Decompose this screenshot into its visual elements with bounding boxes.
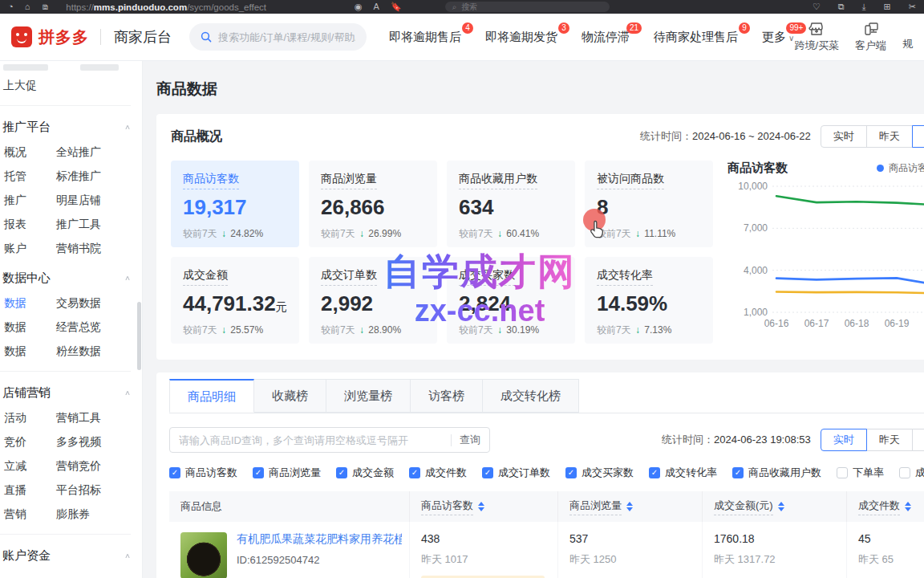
sidebar-item-dacu[interactable]: 上大促 xyxy=(0,74,142,98)
stat-card-2[interactable]: 商品浏览量26,866较前7天 ↓ 26.99% xyxy=(309,161,437,247)
nav-item-5[interactable]: 更多∨99+ xyxy=(762,30,794,45)
sidebar-item[interactable]: 全站推广 xyxy=(56,145,142,160)
address-bar[interactable]: https://mms.pinduoduo.com/sycm/goods_eff… xyxy=(66,2,266,12)
sidebar-item[interactable]: 营销工具 xyxy=(56,411,142,425)
sidebar-item[interactable]: 明星店铺 xyxy=(56,193,142,208)
sidebar-item[interactable]: 立减 xyxy=(0,459,56,474)
sidebar-item[interactable]: 交易数据 xyxy=(56,296,142,311)
stat-card-6[interactable]: 成交订单数2,992较前7天 ↓ 28.90% xyxy=(309,257,437,344)
tab-5[interactable]: 成交转化榜 xyxy=(483,379,579,413)
logo[interactable]: 拼多多 商家后台 xyxy=(11,26,172,48)
tab-2[interactable]: 收藏榜 xyxy=(254,379,326,413)
tab-1[interactable]: 商品明细 xyxy=(169,379,254,413)
sidebar-item[interactable]: 营销书院 xyxy=(56,242,142,256)
sidebar-section-3[interactable]: 店铺营销∧ xyxy=(0,379,142,406)
extension-icon[interactable]: ◉ xyxy=(355,2,363,11)
reader-icon[interactable]: A xyxy=(374,2,379,11)
sort-icon[interactable] xyxy=(478,502,484,511)
stat-card-4[interactable]: 被访问商品数8较前7天 ↓ 11.11% xyxy=(585,161,713,247)
sidebar-item[interactable]: 托管 xyxy=(0,169,56,184)
sort-icon[interactable] xyxy=(905,502,911,511)
stat-card-5[interactable]: 成交金额44,791.32元较前7天 ↓ 25.57% xyxy=(171,257,299,344)
sidebar-item[interactable]: 数据 xyxy=(0,344,56,359)
sidebar-section-1[interactable]: 推广平台∧ xyxy=(0,113,142,140)
stat-card-8[interactable]: 成交转化率14.59%较前7天 ↓ 7.13% xyxy=(585,257,713,344)
quick-link-3[interactable]: 规 xyxy=(902,37,913,53)
metric-checkbox-8[interactable]: ✓商品收藏用户数 xyxy=(732,466,821,480)
sidebar-item[interactable]: 多多视频 xyxy=(56,435,142,450)
header-search-input[interactable] xyxy=(218,31,355,43)
stat-card-1[interactable]: 商品访客数19,317较前7天 ↓ 24.82% xyxy=(171,161,299,247)
range-button-实时[interactable]: 实时 xyxy=(821,125,867,148)
download-icon[interactable]: ⤓ xyxy=(862,2,866,11)
header-search[interactable] xyxy=(189,23,367,51)
sidebar-item[interactable]: 推广 xyxy=(0,193,56,208)
metric-checkbox-7[interactable]: ✓成交转化率 xyxy=(649,466,717,480)
sidebar-section-2[interactable]: 数据中心∧ xyxy=(0,264,142,291)
nav-item-1[interactable]: 即将逾期售后4 xyxy=(389,30,461,45)
sidebar-item[interactable]: 报表 xyxy=(0,218,56,232)
nav-item-4[interactable]: 待商家处理售后9 xyxy=(654,30,738,45)
reload-icon[interactable]: ◔ xyxy=(8,2,14,11)
metric-checkbox-3[interactable]: ✓成交金额 xyxy=(336,466,394,480)
product-id-search[interactable]: 查询 xyxy=(169,427,490,453)
range-button-7天[interactable]: 7天 xyxy=(912,429,924,451)
sidebar-scrollbar[interactable] xyxy=(137,302,141,370)
stat-card-3[interactable]: 商品收藏用户数634较前7天 ↓ 60.41% xyxy=(447,161,575,247)
sidebar-item[interactable]: 营销竞价 xyxy=(56,459,142,474)
metric-checkbox-10[interactable]: 成交率 xyxy=(899,466,924,480)
badge: 21 xyxy=(626,22,642,34)
range-button-实时[interactable]: 实时 xyxy=(821,429,867,451)
sidebar-item[interactable]: 推广工具 xyxy=(56,218,142,232)
sidebar-item[interactable]: 概况 xyxy=(0,145,56,160)
sidebar-item[interactable]: 平台招标 xyxy=(56,483,142,498)
sidebar-item[interactable]: 活动 xyxy=(0,411,56,425)
tab-4[interactable]: 访客榜 xyxy=(411,379,483,413)
home-icon[interactable]: ⌂ xyxy=(25,2,30,11)
sidebar-item[interactable]: 账户 xyxy=(0,242,56,256)
column-header-4[interactable]: 成交金额(元) xyxy=(703,491,847,522)
sidebar-item[interactable]: 数据 xyxy=(0,320,56,335)
metric-checkbox-4[interactable]: ✓成交件数 xyxy=(409,466,467,480)
divider xyxy=(451,434,452,446)
column-header-3[interactable]: 商品浏览量 xyxy=(558,491,703,522)
nav-item-2[interactable]: 即将逾期发货3 xyxy=(485,30,557,45)
sidebar-item[interactable]: 标准推广 xyxy=(56,169,142,184)
product-title-link[interactable]: 有机肥瓜果蔬菜花肥料家用养花植... xyxy=(237,532,402,547)
apps-icon[interactable]: ⊞ xyxy=(884,2,891,11)
detail-stat-time: 统计时间：2024-06-23 19:08:53 xyxy=(662,433,811,447)
sort-icon[interactable] xyxy=(626,502,633,511)
metric-checkbox-1[interactable]: ✓商品访客数 xyxy=(169,466,237,480)
column-header-5[interactable]: 成交件数 xyxy=(847,491,924,522)
sort-icon[interactable] xyxy=(778,502,784,511)
browser-search[interactable]: ⌕搜索 xyxy=(445,2,610,12)
product-id-input[interactable] xyxy=(179,434,446,446)
split-screen-icon[interactable]: ⧉ xyxy=(838,2,845,11)
range-button-昨天[interactable]: 昨天 xyxy=(866,125,913,148)
bookmark-icon[interactable]: 🔖 xyxy=(391,2,402,11)
sidebar-item[interactable]: 膨胀券 xyxy=(56,507,142,522)
sidebar-item[interactable]: 数据 xyxy=(0,296,56,311)
range-button-昨天[interactable]: 昨天 xyxy=(866,429,913,451)
sidebar-item[interactable]: 营销 xyxy=(0,507,56,522)
nav-item-3[interactable]: 物流停滞21 xyxy=(582,30,630,45)
sidebar-item[interactable]: 粉丝数据 xyxy=(56,344,142,359)
favorites-icon[interactable]: ♡ xyxy=(813,2,821,11)
metric-checkbox-5[interactable]: ✓成交订单数 xyxy=(482,466,550,480)
tab-3[interactable]: 浏览量榜 xyxy=(326,379,411,413)
range-button-7天[interactable]: 7天 xyxy=(912,125,924,148)
sidebar-item[interactable]: 直播 xyxy=(0,483,56,498)
stat-card-7[interactable]: 成交买家数2,824较前7天 ↓ 30.19% xyxy=(447,257,575,344)
metric-checkbox-9[interactable]: 下单率 xyxy=(837,466,884,480)
sidebar-section-4[interactable]: 账户资金∧ xyxy=(0,542,142,569)
product-image[interactable] xyxy=(180,532,227,578)
sidebar-item[interactable]: 竞价 xyxy=(0,435,56,450)
metric-checkbox-2[interactable]: ✓商品浏览量 xyxy=(253,466,321,480)
metric-checkbox-6[interactable]: ✓成交买家数 xyxy=(565,466,634,480)
quick-link-2[interactable]: 客户端 xyxy=(855,22,886,53)
column-header-2[interactable]: 商品访客数 xyxy=(410,491,558,522)
query-button[interactable]: 查询 xyxy=(460,433,480,447)
sidebar-item[interactable]: 经营总览 xyxy=(56,320,142,335)
page-icon[interactable]: 🗈 xyxy=(41,2,50,11)
more-tools-icon[interactable]: ✂ xyxy=(909,2,916,11)
